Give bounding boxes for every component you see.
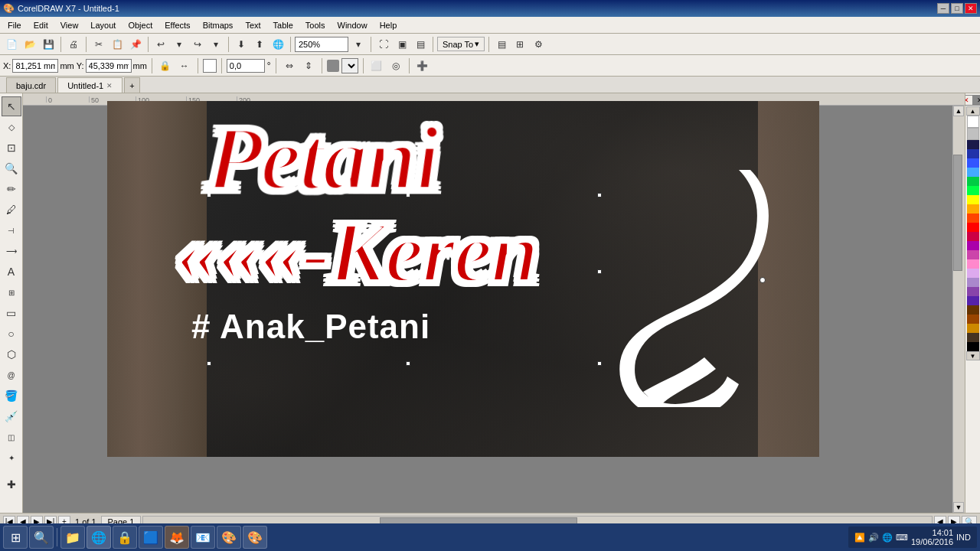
polygon-tool[interactable]: ⬡ bbox=[2, 344, 21, 364]
spiral-tool[interactable]: @ bbox=[2, 365, 21, 385]
crop-tool[interactable]: ⊡ bbox=[2, 138, 21, 158]
swatch-silver[interactable] bbox=[967, 128, 979, 140]
color-dropper[interactable] bbox=[327, 60, 339, 72]
menu-tools[interactable]: Tools bbox=[299, 19, 332, 31]
swatch-pink-purple[interactable] bbox=[967, 250, 979, 259]
scroll-thumb-v[interactable] bbox=[953, 155, 962, 270]
menu-file[interactable]: File bbox=[2, 19, 28, 31]
menu-table[interactable]: Table bbox=[267, 19, 299, 31]
align-button[interactable]: ▤ bbox=[493, 36, 510, 53]
palette-close-2[interactable]: ✕ bbox=[973, 95, 981, 106]
menu-help[interactable]: Help bbox=[374, 19, 403, 31]
smart-fill-tool[interactable]: 🪣 bbox=[2, 386, 21, 406]
swatch-purple[interactable] bbox=[967, 241, 979, 250]
swatch-gold[interactable] bbox=[967, 324, 979, 333]
menu-bitmaps[interactable]: Bitmaps bbox=[197, 19, 240, 31]
swatch-dark-brown[interactable] bbox=[967, 333, 979, 342]
swatch-orange[interactable] bbox=[967, 204, 979, 214]
tab-close-icon[interactable]: ✕ bbox=[106, 82, 113, 90]
y-input[interactable] bbox=[86, 59, 132, 73]
file-explorer-button[interactable]: 📁 bbox=[60, 526, 85, 549]
swatch-pink[interactable] bbox=[967, 259, 979, 269]
redo-button[interactable]: ↪ bbox=[189, 36, 206, 53]
swatch-red-orange[interactable] bbox=[967, 214, 979, 223]
undo-dropdown[interactable]: ▾ bbox=[171, 36, 188, 53]
interactive-fill[interactable]: ◫ bbox=[2, 427, 21, 447]
swatch-dark-orange[interactable] bbox=[967, 315, 979, 324]
close-button[interactable]: ✕ bbox=[965, 3, 977, 14]
save-button[interactable]: 💾 bbox=[40, 36, 57, 53]
cut-button[interactable]: ✂ bbox=[90, 36, 107, 53]
transform-button[interactable]: ↔ bbox=[176, 57, 193, 74]
swatch-brightblue[interactable] bbox=[967, 158, 979, 168]
menu-text[interactable]: Text bbox=[239, 19, 266, 31]
lock-aspect-button[interactable]: 🔒 bbox=[157, 57, 174, 74]
tab-add[interactable]: + bbox=[124, 77, 139, 93]
redo-dropdown[interactable]: ▾ bbox=[207, 36, 224, 53]
scroll-up-button[interactable]: ▲ bbox=[953, 106, 964, 116]
scroll-down-button[interactable]: ▼ bbox=[953, 502, 964, 513]
add-plus[interactable]: ✚ bbox=[2, 474, 21, 494]
search-button[interactable]: 🔍 bbox=[29, 526, 54, 549]
menu-window[interactable]: Window bbox=[332, 19, 374, 31]
menu-layout[interactable]: Layout bbox=[84, 19, 122, 31]
export-button[interactable]: ⬆ bbox=[251, 36, 268, 53]
publish-button[interactable]: 🌐 bbox=[270, 36, 286, 53]
app5-button[interactable]: 📧 bbox=[191, 526, 215, 549]
swatch-darkblue[interactable] bbox=[967, 140, 979, 149]
text-petani[interactable]: Petani bbox=[204, 113, 439, 205]
pen-tool[interactable]: 🖊 bbox=[2, 200, 21, 220]
full-screen-button[interactable]: ⛶ bbox=[375, 36, 392, 53]
zoom-tool[interactable]: 🔍 bbox=[2, 158, 21, 178]
angle-input[interactable] bbox=[227, 59, 265, 73]
new-button[interactable]: 📄 bbox=[3, 36, 20, 53]
freehand-tool[interactable]: ✏ bbox=[2, 179, 21, 199]
x-input[interactable] bbox=[12, 59, 58, 73]
palette-scroll-down[interactable]: ▼ bbox=[966, 351, 980, 360]
swatch-white[interactable] bbox=[967, 116, 979, 128]
swatch-violet[interactable] bbox=[967, 278, 979, 287]
swatch-crimson[interactable] bbox=[967, 232, 979, 241]
apply-color-button[interactable]: ⬜ bbox=[368, 57, 385, 74]
grid-button[interactable]: ⊞ bbox=[511, 36, 528, 53]
parallel-dimension[interactable]: ⊣ bbox=[2, 220, 21, 240]
color-dropdown[interactable] bbox=[341, 58, 358, 73]
swatch-black[interactable] bbox=[967, 342, 979, 351]
tab-baju[interactable]: baju.cdr bbox=[6, 77, 56, 93]
swatch-dark-violet[interactable] bbox=[967, 287, 979, 296]
smart-drawing[interactable]: ✦ bbox=[2, 448, 21, 468]
swatch-blue[interactable] bbox=[967, 149, 979, 158]
options-button[interactable]: ⚙ bbox=[530, 36, 547, 53]
vertical-scrollbar[interactable]: ▲ ▼ bbox=[952, 106, 965, 513]
bleed-button[interactable]: ▤ bbox=[412, 36, 429, 53]
swatch-red[interactable] bbox=[967, 223, 979, 232]
zoom-input[interactable]: 250% bbox=[295, 37, 348, 52]
firefox-button[interactable]: 🦊 bbox=[165, 526, 189, 549]
metro-button[interactable]: 🟦 bbox=[139, 526, 163, 549]
connector-tool[interactable]: ⟶ bbox=[2, 241, 21, 261]
ellipse-tool[interactable]: ○ bbox=[2, 324, 21, 344]
minimize-button[interactable]: ─ bbox=[937, 3, 949, 14]
table-tool[interactable]: ⊞ bbox=[2, 282, 21, 302]
eyedropper-tool[interactable]: 💉 bbox=[2, 406, 21, 426]
system-clock[interactable]: 14:01 19/06/2016 bbox=[911, 528, 953, 546]
corel-app-button[interactable]: 🎨 bbox=[217, 526, 241, 549]
swatch-brightgreen[interactable] bbox=[967, 186, 979, 195]
text-keren-line[interactable]: «««-Keren bbox=[176, 208, 537, 296]
undo-button[interactable]: ↩ bbox=[152, 36, 169, 53]
zoom-dropdown[interactable]: ▾ bbox=[350, 36, 367, 53]
swatch-lavender[interactable] bbox=[967, 269, 979, 278]
menu-effects[interactable]: Effects bbox=[158, 19, 196, 31]
palette-close-x[interactable]: ✕ bbox=[965, 95, 973, 106]
text-hashtag[interactable]: # Anak_Petani bbox=[191, 308, 430, 346]
swatch-indigo[interactable] bbox=[967, 296, 979, 305]
shape-tool[interactable]: ◇ bbox=[2, 117, 21, 137]
restore-button[interactable]: □ bbox=[951, 3, 963, 14]
start-button[interactable]: ⊞ bbox=[3, 526, 28, 549]
canvas-area[interactable]: 0 50 100 150 200 Petani «««-Keren # An bbox=[23, 93, 965, 513]
snap-to-button[interactable]: Snap To ▾ bbox=[437, 37, 485, 51]
paste-button[interactable]: 📌 bbox=[127, 36, 144, 53]
outline-color-box[interactable] bbox=[203, 59, 217, 73]
text-tool[interactable]: A bbox=[2, 262, 21, 282]
swatch-green[interactable] bbox=[967, 177, 979, 186]
